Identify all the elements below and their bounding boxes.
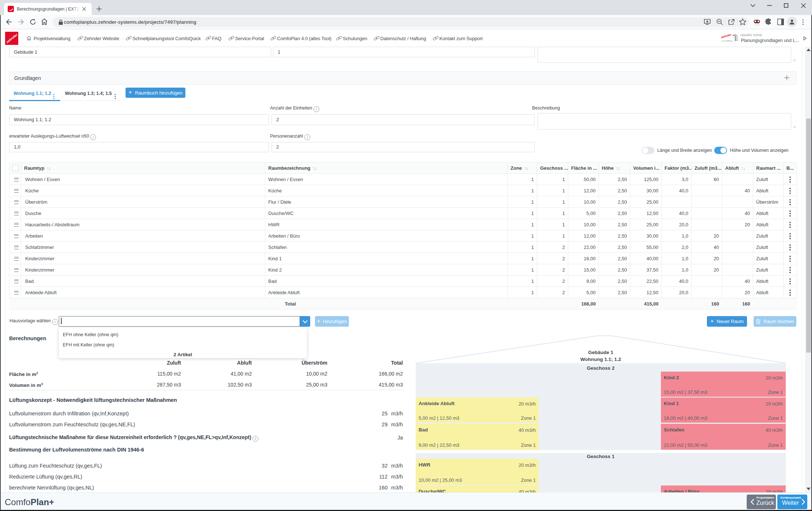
svg-text:3: 3 <box>737 39 738 41</box>
svg-text:1: 1 <box>737 35 738 37</box>
svg-text:2: 2 <box>737 37 738 39</box>
